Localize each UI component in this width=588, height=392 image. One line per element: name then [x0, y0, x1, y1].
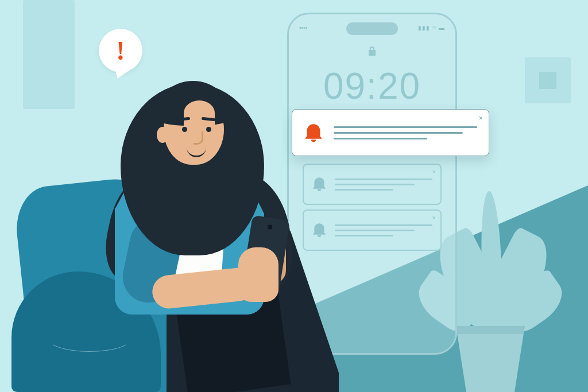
bell-icon	[304, 121, 323, 145]
wall-frame-left	[23, 0, 75, 109]
eye	[182, 127, 187, 132]
close-icon[interactable]: ×	[478, 114, 483, 122]
close-icon: ×	[432, 214, 436, 221]
illustration-scene: •••• ▮▮▮ ⌔ ▬ 09:20 × ×	[0, 0, 588, 392]
notification-text-placeholder	[335, 175, 432, 194]
signal-icon: ▮▮▮	[418, 25, 430, 31]
phone-notch	[346, 22, 398, 35]
exclamation-icon: !	[116, 36, 125, 66]
notification-card-active[interactable]: ×	[292, 109, 489, 156]
hair-part	[184, 100, 215, 126]
plant-pot	[456, 326, 525, 392]
wall-frame-right	[525, 57, 571, 103]
notification-text-placeholder	[335, 221, 432, 240]
ear	[157, 127, 168, 143]
eye	[206, 127, 211, 132]
wifi-icon: ⌔	[432, 25, 436, 31]
nose	[194, 131, 203, 145]
battery-icon: ▬	[439, 25, 445, 31]
head	[152, 77, 230, 166]
status-icons: ▮▮▮ ⌔ ▬	[418, 25, 445, 31]
woman-figure	[69, 25, 333, 392]
lock-icon	[368, 46, 377, 59]
speech-bubble: !	[99, 29, 142, 72]
close-icon: ×	[432, 168, 436, 175]
notification-text-placeholder	[334, 122, 477, 143]
